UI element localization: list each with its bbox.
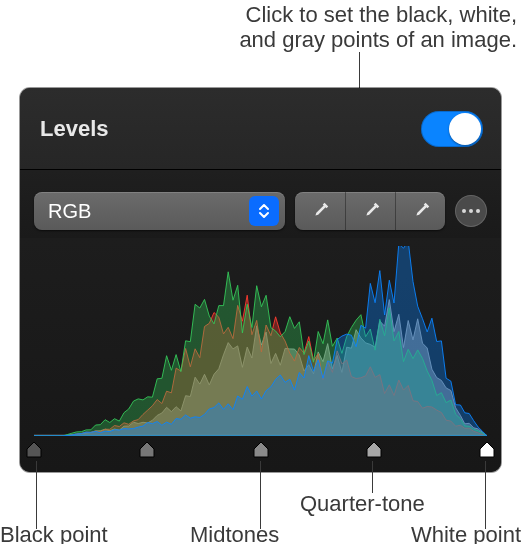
handle-three-quarter-tone[interactable] [138,442,156,458]
channel-select-label: RGB [48,200,249,223]
eyedropper-group [295,192,445,230]
black-point-eyedropper[interactable] [295,192,345,230]
leader-black-point [36,461,37,529]
more-button[interactable] [455,195,487,227]
white-point-eyedropper[interactable] [395,192,445,230]
handle-quarter-tone[interactable] [365,442,383,458]
histogram [34,246,487,436]
gray-point-eyedropper[interactable] [345,192,395,230]
callout-eyedroppers: Click to set the black, white, and gray … [239,2,517,53]
label-black-point: Black point [0,522,108,544]
eyedropper-icon [410,200,432,222]
histogram-area [20,238,501,472]
levels-toggle[interactable] [421,111,483,147]
levels-panel: Levels RGB [20,88,501,472]
levels-slider-track[interactable] [34,438,487,458]
channel-select[interactable]: RGB [34,192,285,230]
leader-white-point [485,461,486,529]
label-midtones: Midtones [190,522,279,544]
panel-title: Levels [40,116,109,142]
toggle-knob [449,113,481,145]
handle-black-point[interactable] [25,442,43,458]
panel-header: Levels [20,88,501,170]
leader-quarter-tone [372,461,373,493]
label-white-point: White point [411,522,521,544]
handle-midtones[interactable] [252,442,270,458]
eyedropper-icon [309,200,331,222]
ellipsis-icon [462,209,480,213]
label-quarter-tone: Quarter-tone [300,491,425,517]
eyedropper-icon [360,200,382,222]
chevron-up-down-icon [249,196,279,226]
handle-white-point[interactable] [478,442,496,458]
leader-midtones [260,461,261,529]
controls-row: RGB [20,170,501,238]
